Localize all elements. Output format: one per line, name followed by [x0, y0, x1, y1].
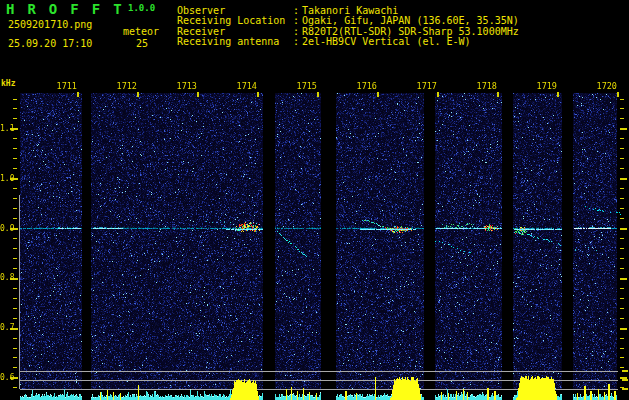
freq-axis-unit-label: kHz	[1, 79, 15, 88]
time-tick-label: 1711	[57, 81, 77, 91]
time-tick-label: 1718	[477, 81, 497, 91]
time-tick-label: 1717	[417, 81, 437, 91]
info-value: Takanori Kawachi	[302, 5, 398, 16]
filename-label: 2509201710.png	[8, 19, 92, 30]
time-tick-label: 1716	[357, 81, 377, 91]
station-info: Observer:Takanori Kawachi Receiving Loca…	[177, 6, 519, 48]
freq-tick-label: 0.6	[0, 373, 13, 382]
time-tick-label: 1719	[537, 81, 557, 91]
echo-count: 25	[136, 38, 148, 49]
hrofft-screen: HROFFT 1.0.0 2509201710.png meteor 25.09…	[0, 0, 629, 400]
freq-tick-label: 1.1	[0, 124, 13, 133]
info-value: R820T2(RTL-SDR) SDR-Sharp 53.1000MHz	[302, 26, 519, 37]
freq-tick-label: 0.7	[0, 323, 13, 332]
info-row: Receiving antenna:2el-HB9CV Vertical (el…	[177, 37, 519, 47]
time-tick-label: 1715	[297, 81, 317, 91]
spectrogram-canvas	[0, 88, 629, 400]
info-value: 2el-HB9CV Vertical (el. E-W)	[302, 36, 471, 47]
info-value: Ogaki, Gifu, JAPAN (136.60E, 35.35N)	[302, 15, 519, 26]
time-tick-label: 1720	[597, 81, 617, 91]
mode-label: meteor	[123, 26, 159, 37]
app-title: HROFFT	[6, 1, 135, 17]
time-tick-label: 1712	[117, 81, 137, 91]
time-tick-label: 1713	[177, 81, 197, 91]
app-version: 1.0.0	[128, 3, 155, 13]
datetime-label: 25.09.20 17:10	[8, 38, 92, 49]
freq-tick-label: 0.8	[0, 273, 13, 282]
info-separator: :	[293, 37, 302, 47]
freq-tick-label: 0.9	[0, 224, 13, 233]
time-tick-label: 1714	[237, 81, 257, 91]
freq-tick-label: 1.0	[0, 174, 13, 183]
info-label: Receiving antenna	[177, 37, 293, 47]
